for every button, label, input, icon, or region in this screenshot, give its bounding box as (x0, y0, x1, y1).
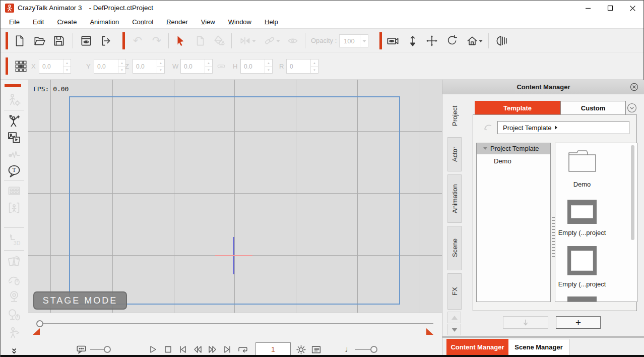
tab-custom[interactable]: Custom (560, 101, 626, 115)
visibility-button[interactable] (286, 34, 300, 48)
timeline-track[interactable] (40, 323, 433, 324)
g2-actor-button[interactable] (7, 114, 21, 128)
w-spinner[interactable]: ▲▼ (205, 60, 212, 73)
add-content-button[interactable]: + (556, 316, 601, 329)
tree-node-demo[interactable]: Demo (477, 157, 550, 165)
minimize-button[interactable] (577, 1, 599, 16)
breadcrumb-dropdown[interactable]: Project Template (497, 121, 629, 134)
opacity-caret[interactable] (360, 35, 368, 47)
loop-button[interactable] (236, 344, 249, 355)
select-tool-button[interactable] (174, 34, 188, 48)
menu-control[interactable]: Control (125, 16, 160, 28)
audio-button[interactable] (7, 148, 21, 162)
timeline-playhead[interactable] (36, 320, 43, 327)
close-button[interactable] (621, 1, 643, 16)
range-end-marker[interactable] (426, 328, 433, 335)
menu-file[interactable]: File (3, 16, 26, 28)
last-frame-button[interactable] (222, 344, 233, 355)
play-button[interactable] (147, 344, 158, 355)
grid-snap-button[interactable] (14, 59, 28, 73)
current-frame-field[interactable]: 1 (255, 342, 291, 356)
folder-item-demo[interactable] (568, 150, 597, 174)
bottom-tab-content-manager[interactable]: Content Manager (446, 339, 508, 355)
open-project-button[interactable] (32, 34, 46, 48)
paste-button[interactable] (193, 34, 207, 48)
bottom-tab-scene-manager[interactable]: Scene Manager (508, 339, 569, 355)
menu-create[interactable]: Create (50, 16, 83, 28)
y-field[interactable]: 0.0▲▼ (94, 59, 126, 74)
body-puppet-button[interactable] (7, 326, 21, 340)
side-tabs-scroll-up-button[interactable] (447, 312, 461, 323)
stage-canvas[interactable]: FPS: 0.00 STAGE MODE (28, 80, 442, 313)
template-list-scrollbar[interactable] (631, 145, 634, 240)
export-button[interactable] (99, 34, 113, 48)
side-tab-actor[interactable]: Actor (447, 137, 462, 171)
previous-frame-button[interactable] (192, 344, 203, 355)
template-item-partial[interactable] (567, 296, 597, 302)
side-tab-project[interactable]: Project (447, 99, 462, 133)
tree-node-project-template[interactable]: Project Template (477, 143, 550, 154)
caption-slider-knob[interactable] (104, 346, 111, 353)
download-button[interactable] (503, 316, 548, 329)
flip-pages-button[interactable] (7, 254, 21, 268)
save-project-button[interactable] (52, 34, 66, 48)
media-button[interactable] (7, 131, 21, 145)
panel-close-button[interactable] (630, 83, 638, 91)
link-button[interactable] (262, 34, 282, 48)
side-tab-scene[interactable]: Scene (447, 226, 462, 270)
maximize-button[interactable] (599, 1, 621, 16)
menu-render[interactable]: Render (160, 16, 195, 28)
caption-button[interactable] (76, 344, 87, 355)
tab-template[interactable]: Template (475, 101, 560, 115)
menu-edit[interactable]: Edit (26, 16, 50, 28)
breadcrumb-back-button[interactable] (482, 123, 493, 132)
side-tabs-scroll-down-button[interactable] (447, 324, 461, 335)
preview-window-button[interactable] (79, 34, 93, 48)
side-tab-animation[interactable]: Animation (447, 174, 462, 223)
h-field[interactable]: 0.0▲▼ (240, 59, 273, 74)
r-field[interactable]: 0▲▼ (286, 59, 318, 74)
redo-button[interactable]: ↷ (150, 34, 164, 48)
opacity-dropdown[interactable]: 100 (339, 34, 368, 47)
next-frame-button[interactable] (207, 344, 218, 355)
new-project-button[interactable] (13, 34, 27, 48)
hand-tool-button[interactable] (7, 272, 21, 286)
w-field[interactable]: 0.0▲▼ (180, 59, 213, 74)
fill-color-button[interactable] (212, 34, 226, 48)
render-style-button[interactable] (494, 34, 508, 48)
range-start-marker[interactable] (33, 328, 40, 335)
move-tool-button[interactable] (425, 34, 439, 48)
webcam-button[interactable] (7, 289, 21, 304)
timeline-panel-button[interactable] (310, 344, 321, 355)
home-view-button[interactable] (464, 34, 484, 48)
menu-help[interactable]: Help (258, 16, 285, 28)
3d-motion-button[interactable]: 3D (7, 232, 21, 247)
template-item-empty-1[interactable] (567, 200, 597, 224)
create-actor-button[interactable] (7, 93, 21, 107)
menu-window[interactable]: Window (222, 16, 258, 28)
stop-button[interactable] (162, 344, 173, 355)
y-spinner[interactable]: ▲▼ (118, 60, 125, 73)
undo-button[interactable]: ↶ (131, 34, 145, 48)
flip-button[interactable] (237, 34, 257, 48)
side-tab-fx[interactable]: FX (447, 273, 462, 310)
template-item-empty-2[interactable] (567, 246, 597, 275)
menu-view[interactable]: View (195, 16, 222, 28)
first-frame-button[interactable] (177, 344, 188, 355)
rotate-tool-button[interactable] (445, 34, 459, 48)
face-puppet-button[interactable] (7, 308, 21, 322)
motion-template-button[interactable] (7, 201, 21, 215)
text-bubble-button[interactable]: T (7, 164, 21, 178)
r-spinner[interactable]: ▲▼ (310, 60, 318, 73)
props-button[interactable] (7, 184, 21, 198)
z-field[interactable]: 0.0▲▼ (133, 59, 165, 74)
panel-collapse-button[interactable] (627, 103, 637, 113)
menu-animation[interactable]: Animation (83, 16, 125, 28)
camera-view-button[interactable] (385, 34, 400, 48)
pivot-button[interactable] (406, 34, 420, 48)
render-settings-button[interactable] (295, 344, 306, 355)
volume-slider-knob[interactable] (370, 346, 377, 353)
z-spinner[interactable]: ▲▼ (157, 60, 164, 73)
aspect-link-button[interactable] (216, 61, 226, 71)
x-field[interactable]: 0.0▲▼ (39, 59, 71, 74)
